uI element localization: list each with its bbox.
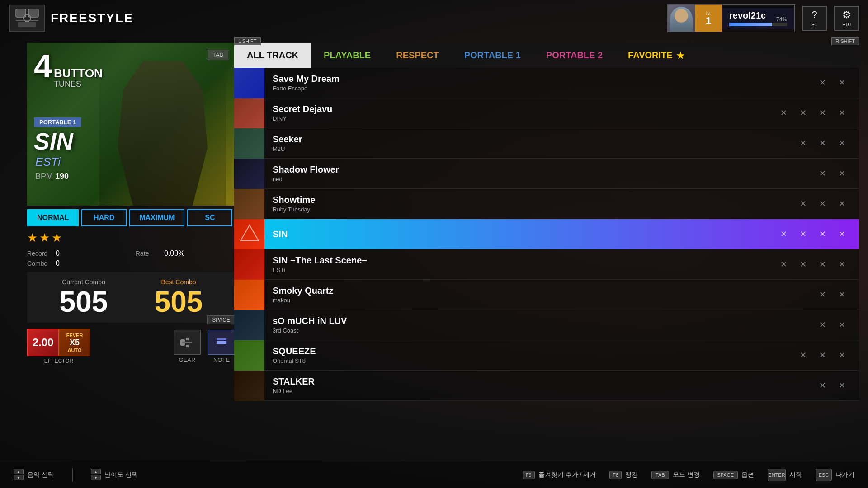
bpm-value: 190 bbox=[55, 172, 69, 181]
effector-label: EFFECTOR bbox=[27, 358, 90, 364]
x-btn-sm-2[interactable]: ✕ bbox=[836, 318, 848, 332]
track-thumb-seeker bbox=[234, 128, 264, 159]
x-btn-sin-1[interactable]: ✕ bbox=[778, 227, 790, 241]
up-key-2: ▲ bbox=[91, 469, 101, 474]
tab-portable2-label: PORTABLE 2 bbox=[546, 50, 603, 61]
diff-hard-button[interactable]: HARD bbox=[81, 209, 127, 226]
track-item-showtime[interactable]: Showtime Ruby Tuesday ✕ ✕ ✕ bbox=[234, 189, 859, 219]
x-btn-sq-1[interactable]: ✕ bbox=[816, 288, 829, 301]
track-item-shadow-flower[interactable]: Shadow Flower ned ✕ ✕ bbox=[234, 159, 859, 189]
track-actions-secret-dejavu: ✕ ✕ ✕ ✕ bbox=[778, 106, 859, 120]
help-icon: ? bbox=[811, 9, 817, 21]
fever-label: FEVER bbox=[66, 333, 83, 338]
hint-space: SPACE 옵션 bbox=[713, 471, 754, 479]
record-label: Record bbox=[27, 250, 52, 257]
effector-boxes: 2.00 FEVER X5 AUTO bbox=[27, 329, 90, 356]
star-2: ★ bbox=[39, 231, 50, 245]
diff-sc-button[interactable]: SC bbox=[187, 209, 232, 226]
x-btn-sk-2[interactable]: ✕ bbox=[816, 136, 829, 150]
x-btn-sk-3[interactable]: ✕ bbox=[836, 136, 848, 150]
x-btn-sm-1[interactable]: ✕ bbox=[816, 318, 829, 332]
x-btn-sin-3[interactable]: ✕ bbox=[816, 227, 829, 241]
player-xp-fill bbox=[729, 23, 772, 26]
x-btn-sl-1[interactable]: ✕ bbox=[778, 258, 790, 271]
track-number: 4 bbox=[34, 50, 52, 82]
track-artist-sin-last: ESTi bbox=[273, 267, 769, 273]
x-btn-stk-1[interactable]: ✕ bbox=[816, 379, 829, 392]
x-btn-sf-2[interactable]: ✕ bbox=[836, 167, 848, 180]
tab-portable1[interactable]: PORTABLE 1 bbox=[452, 43, 533, 68]
x-btn-1[interactable]: ✕ bbox=[816, 76, 829, 89]
tab-respect[interactable]: RESPECT bbox=[383, 43, 451, 68]
diff-maximum-button[interactable]: MAXIMUM bbox=[129, 209, 184, 226]
x-btn-sq-2[interactable]: ✕ bbox=[836, 288, 848, 301]
track-actions-so-much: ✕ ✕ bbox=[816, 318, 859, 332]
track-artist-so-much: 3rd Coast bbox=[273, 327, 808, 334]
rshift-hint: R SHIFT bbox=[831, 37, 859, 45]
tab-playable-label: PLAYABLE bbox=[324, 50, 371, 61]
hint-tab: TAB 모드 변경 bbox=[651, 471, 699, 479]
x-btn-sk-1[interactable]: ✕ bbox=[797, 136, 809, 150]
up-down-icon-music: ▲ ▼ bbox=[14, 469, 24, 480]
top-bar: FREESTYLE lv. 1 revol21c 74% ? F bbox=[0, 0, 868, 36]
x-btn-st-2[interactable]: ✕ bbox=[816, 197, 829, 211]
x-btn-sd-3[interactable]: ✕ bbox=[816, 106, 829, 120]
track-item-sin-last-scene[interactable]: SIN ~The Last Scene~ ESTi ✕ ✕ ✕ ✕ bbox=[234, 249, 859, 280]
track-item-seeker[interactable]: Seeker M2U ✕ ✕ ✕ bbox=[234, 128, 859, 159]
x-btn-st-3[interactable]: ✕ bbox=[836, 197, 848, 211]
x-btn-sin-2[interactable]: ✕ bbox=[797, 227, 809, 241]
track-name-save-my-dream: Save My Dream bbox=[273, 74, 808, 84]
hint-music-select: ▲ ▼ 음악 선택 bbox=[14, 469, 54, 480]
track-item-so-much[interactable]: sO mUCH iN LUV 3rd Coast ✕ ✕ bbox=[234, 310, 859, 340]
track-item-save-my-dream[interactable]: Save My Dream Forte Escape ✕ ✕ bbox=[234, 68, 859, 98]
tab-portable2[interactable]: PORTABLE 2 bbox=[533, 43, 615, 68]
x-btn-sd-2[interactable]: ✕ bbox=[797, 106, 809, 120]
right-panel: ALL TRACK PLAYABLE RESPECT PORTABLE 1 PO… bbox=[234, 43, 859, 401]
left-panel: 4 BUTTON TUNES TAB PORTABLE 1 SIN ESTi B… bbox=[27, 43, 235, 364]
effector-fever[interactable]: FEVER X5 AUTO bbox=[59, 329, 90, 356]
track-thumb-save-my-dream bbox=[234, 68, 264, 98]
tab-all-track[interactable]: ALL TRACK bbox=[234, 43, 311, 68]
x-btn-sqz-1[interactable]: ✕ bbox=[797, 348, 809, 362]
x-btn-sl-4[interactable]: ✕ bbox=[836, 258, 848, 271]
x-btn-sl-2[interactable]: ✕ bbox=[797, 258, 809, 271]
svg-rect-4 bbox=[18, 22, 36, 27]
note-button[interactable] bbox=[208, 330, 235, 355]
x-btn-sqz-3[interactable]: ✕ bbox=[836, 348, 848, 362]
effector-speed[interactable]: 2.00 bbox=[27, 329, 59, 356]
sep-1 bbox=[72, 468, 73, 482]
x-btn-sd-4[interactable]: ✕ bbox=[836, 106, 848, 120]
track-item-sin[interactable]: SIN ✕ ✕ ✕ ✕ bbox=[234, 219, 859, 249]
track-name-secret-dejavu: Secret Dejavu bbox=[273, 104, 769, 114]
combo-label: Combo bbox=[27, 260, 52, 267]
x-btn-sf-1[interactable]: ✕ bbox=[816, 167, 829, 180]
tab-playable[interactable]: PLAYABLE bbox=[311, 43, 383, 68]
bottom-bar: ▲ ▼ 음악 선택 ▲ ▼ 난이도 선택 F9 즐겨찾기 추가 / 제거 F8 … bbox=[0, 461, 868, 488]
space-key-label: SPACE bbox=[207, 315, 235, 324]
hint-difficulty-select: ▲ ▼ 난이도 선택 bbox=[91, 469, 138, 480]
game-mode-title: FREESTYLE bbox=[51, 11, 133, 25]
x-btn-sl-3[interactable]: ✕ bbox=[816, 258, 829, 271]
f10-button[interactable]: ⚙ F10 bbox=[834, 6, 859, 31]
f1-label: F1 bbox=[811, 22, 817, 27]
gear-button[interactable] bbox=[174, 330, 201, 355]
f10-label: F10 bbox=[842, 22, 851, 27]
difficulty-bar: NORMAL HARD MAXIMUM SC bbox=[27, 209, 235, 226]
diff-normal-button[interactable]: NORMAL bbox=[27, 209, 79, 226]
x-btn-sin-4[interactable]: ✕ bbox=[836, 227, 848, 241]
tab-favorite[interactable]: FAVORITE ★ bbox=[615, 43, 697, 68]
track-item-secret-dejavu[interactable]: Secret Dejavu DINY ✕ ✕ ✕ ✕ bbox=[234, 98, 859, 128]
x-btn-stk-2[interactable]: ✕ bbox=[836, 379, 848, 392]
x-btn-2[interactable]: ✕ bbox=[836, 76, 848, 89]
track-thumb-smoky bbox=[234, 280, 264, 310]
track-text-smoky: Smoky Quartz makou bbox=[264, 286, 816, 304]
x-btn-st-1[interactable]: ✕ bbox=[797, 197, 809, 211]
f1-button[interactable]: ? F1 bbox=[802, 6, 827, 31]
track-item-squeeze[interactable]: SQUEEZE Oriental ST8 ✕ ✕ ✕ bbox=[234, 340, 859, 371]
track-name-seeker: Seeker bbox=[273, 134, 789, 145]
track-item-smoky-quartz[interactable]: Smoky Quartz makou ✕ ✕ bbox=[234, 280, 859, 310]
x-btn-sqz-2[interactable]: ✕ bbox=[816, 348, 829, 362]
track-item-stalker[interactable]: STALKER ND Lee ✕ ✕ bbox=[234, 371, 859, 401]
x-btn-sd-1[interactable]: ✕ bbox=[778, 106, 790, 120]
favorite-star-icon: ★ bbox=[676, 50, 684, 61]
